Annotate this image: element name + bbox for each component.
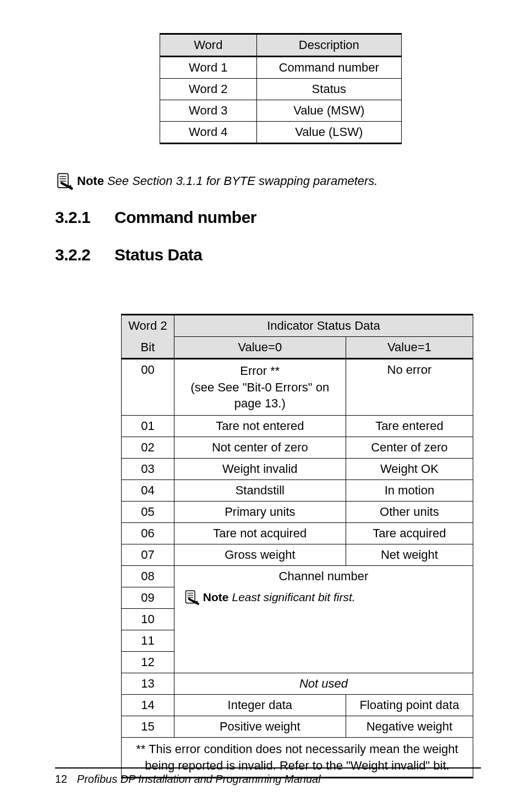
heading-status-data: 3.2.2 Status Data: [55, 246, 481, 264]
cell-bit: 15: [122, 716, 174, 738]
heading-number: 3.2.2: [55, 246, 99, 264]
cell: Word 4: [160, 122, 257, 144]
footnote-line: ** This error condition does not necessa…: [136, 742, 458, 756]
cell-value0: Primary units: [174, 502, 346, 523]
table-row: 07 Gross weight Net weight: [122, 544, 473, 566]
table-row: 04 Standstill In motion: [122, 480, 473, 502]
table-row: 08 Channel number Note Least s: [122, 566, 473, 587]
cell-bit: 10: [122, 609, 174, 630]
cell-bit: 07: [122, 544, 174, 566]
word-description-table-wrap: Word Description Word 1 Command number W…: [160, 33, 481, 144]
page-number: 12: [55, 773, 67, 786]
page-footer: 12 Profibus DP Installation and Programm…: [55, 767, 481, 786]
table1-header-word: Word: [160, 34, 257, 57]
cell-value1: Net weight: [346, 544, 473, 566]
cell-bit: 14: [122, 695, 174, 716]
heading-title: Command number: [114, 208, 256, 227]
cell-bit: 06: [122, 523, 174, 544]
cell: Value (MSW): [256, 100, 401, 122]
cell-bit: 04: [122, 480, 174, 502]
table-row: 03 Weight invalid Weight OK: [122, 459, 473, 480]
cell-bit: 05: [122, 502, 174, 523]
table2-header-value1: Value=1: [346, 337, 473, 359]
cell-line: Error **: [240, 364, 280, 378]
cell-bit: 12: [122, 652, 174, 673]
note-text: See Section 3.1.1 for BYTE swapping para…: [107, 174, 378, 188]
footer-title: Profibus DP Installation and Programming…: [77, 773, 321, 785]
note-icon: [55, 172, 74, 190]
cell-bit: 00: [122, 359, 174, 416]
table2-header-value0: Value=0: [174, 337, 346, 359]
cell-value1: Other units: [346, 502, 473, 523]
cell-line: page 13.): [234, 396, 286, 410]
table-row: Word 1 Command number: [160, 57, 402, 79]
table-row: Word 3 Value (MSW): [160, 100, 402, 122]
table2-super-header: Indicator Status Data: [174, 315, 473, 337]
cell-bit: 03: [122, 459, 174, 480]
table-row: 01 Tare not entered Tare entered: [122, 416, 473, 437]
table-row: Word 4 Value (LSW): [160, 122, 402, 144]
cell-value0: Tare not acquired: [174, 523, 346, 544]
cell-value1: Negative weight: [346, 716, 473, 738]
cell: Word 2: [160, 79, 257, 100]
note-lsb-first: Note Least significant bit first.: [180, 589, 467, 606]
note-text: Least significant bit first.: [232, 591, 356, 604]
cell: Status: [256, 79, 401, 100]
cell: Word 3: [160, 100, 257, 122]
channel-number-label: Channel number: [180, 569, 467, 584]
table-row: Word 2 Status: [160, 79, 402, 100]
table-row: 15 Positive weight Negative weight: [122, 716, 473, 738]
table-row: 02 Not center of zero Center of zero: [122, 437, 473, 459]
cell: Command number: [256, 57, 401, 79]
note-icon: [183, 589, 200, 606]
cell-value0: Tare not entered: [174, 416, 346, 437]
heading-title: Status Data: [114, 246, 203, 264]
cell-bit: 11: [122, 630, 174, 652]
cell-value0: Not center of zero: [174, 437, 346, 459]
cell-bit: 02: [122, 437, 174, 459]
cell-value1: Center of zero: [346, 437, 473, 459]
table2-corner-top: Word 2: [122, 315, 174, 337]
note-byte-swapping: Note See Section 3.1.1 for BYTE swapping…: [55, 172, 481, 190]
cell-value0: Standstill: [174, 480, 346, 502]
cell: Word 1: [160, 57, 257, 79]
status-data-table-wrap: Word 2 Indicator Status Data Bit Value=0…: [121, 314, 481, 778]
table-row: 14 Integer data Floating point data: [122, 695, 473, 716]
table-row: 00 Error ** (see See "Bit-0 Errors" on p…: [122, 359, 473, 416]
cell-bit: 13: [122, 673, 174, 695]
cell-value0: Gross weight: [174, 544, 346, 566]
table-row: 05 Primary units Other units: [122, 502, 473, 523]
cell-value1: Weight OK: [346, 459, 473, 480]
cell-value1: Floating point data: [346, 695, 473, 716]
cell-value1: Tare acquired: [346, 523, 473, 544]
cell-value1: Tare entered: [346, 416, 473, 437]
cell-value0: Error ** (see See "Bit-0 Errors" on page…: [174, 359, 346, 416]
table-row: 13 Not used: [122, 673, 473, 695]
cell-not-used: Not used: [174, 673, 473, 695]
cell: Value (LSW): [256, 122, 401, 144]
cell-bit: 01: [122, 416, 174, 437]
cell-value0: Weight invalid: [174, 459, 346, 480]
cell-value1: In motion: [346, 480, 473, 502]
status-data-table: Word 2 Indicator Status Data Bit Value=0…: [121, 314, 473, 778]
note-label: Note: [77, 174, 104, 188]
cell-bit: 09: [122, 587, 174, 609]
table1-header-description: Description: [256, 34, 401, 57]
table-row: 06 Tare not acquired Tare acquired: [122, 523, 473, 544]
cell-value1: No error: [346, 359, 473, 416]
heading-number: 3.2.1: [55, 208, 99, 227]
cell-bit: 08: [122, 566, 174, 587]
table2-corner-bottom: Bit: [122, 337, 174, 359]
channel-number-cell: Channel number Note Least significant bi…: [174, 566, 473, 673]
cell-line: (see See "Bit-0 Errors" on: [191, 380, 330, 394]
note-label: Note: [203, 591, 229, 604]
word-description-table: Word Description Word 1 Command number W…: [160, 33, 402, 144]
heading-command-number: 3.2.1 Command number: [55, 208, 481, 227]
cell-value0: Positive weight: [174, 716, 346, 738]
cell-value0: Integer data: [174, 695, 346, 716]
